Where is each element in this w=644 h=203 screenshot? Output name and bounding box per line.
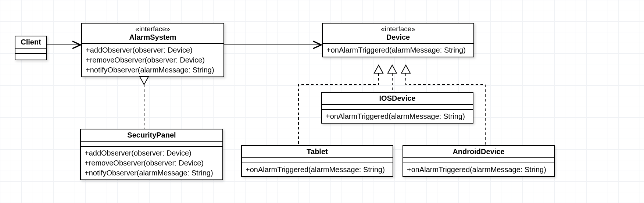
securitypanel-op-2: +notifyObserver(alarmMessage: String) bbox=[85, 168, 219, 178]
class-client: Client bbox=[15, 36, 47, 60]
class-tablet: Tablet +onAlarmTriggered(alarmMessage: S… bbox=[241, 145, 393, 177]
class-securitypanel: SecurityPanel +addObserver(observer: Dev… bbox=[80, 129, 223, 180]
alarmsystem-op-0: +addObserver(observer: Device) bbox=[86, 45, 220, 55]
client-name: Client bbox=[19, 38, 43, 46]
class-alarmsystem: «interface» AlarmSystem +addObserver(obs… bbox=[81, 23, 224, 77]
class-iosdevice: IOSDevice +onAlarmTriggered(alarmMessage… bbox=[321, 92, 473, 124]
alarmsystem-op-1: +removeObserver(observer: Device) bbox=[86, 55, 220, 65]
device-op-0: +onAlarmTriggered(alarmMessage: String) bbox=[326, 45, 470, 55]
securitypanel-name: SecurityPanel bbox=[85, 131, 219, 139]
iosdevice-op-0: +onAlarmTriggered(alarmMessage: String) bbox=[326, 111, 469, 121]
iosdevice-name: IOSDevice bbox=[326, 94, 469, 103]
alarmsystem-stereo: «interface» bbox=[86, 25, 220, 33]
class-device: «interface» Device +onAlarmTriggered(ala… bbox=[322, 23, 474, 57]
device-stereo: «interface» bbox=[326, 25, 470, 33]
securitypanel-op-1: +removeObserver(observer: Device) bbox=[85, 158, 219, 168]
device-name: Device bbox=[326, 33, 470, 42]
securitypanel-op-0: +addObserver(observer: Device) bbox=[85, 148, 219, 158]
alarmsystem-op-2: +notifyObserver(alarmMessage: String) bbox=[86, 65, 220, 75]
tablet-name: Tablet bbox=[246, 147, 389, 156]
realization-iosdevice-device bbox=[388, 65, 397, 92]
alarmsystem-name: AlarmSystem bbox=[86, 33, 220, 42]
tablet-op-0: +onAlarmTriggered(alarmMessage: String) bbox=[246, 165, 389, 175]
androiddevice-op-0: +onAlarmTriggered(alarmMessage: String) bbox=[407, 165, 550, 175]
realization-securitypanel-alarmsystem bbox=[140, 76, 149, 129]
class-androiddevice: AndroidDevice +onAlarmTriggered(alarmMes… bbox=[402, 145, 555, 177]
androiddevice-name: AndroidDevice bbox=[407, 147, 550, 156]
